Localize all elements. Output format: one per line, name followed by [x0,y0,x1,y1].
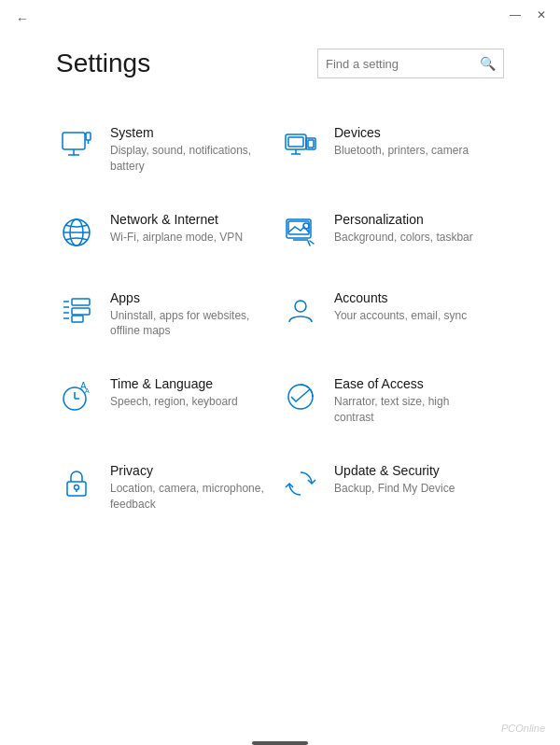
svg-point-25 [295,301,306,312]
system-name: System [110,125,265,140]
search-box[interactable]: 🔍 [317,49,504,78]
search-icon: 🔍 [480,56,496,71]
apps-icon [56,290,97,331]
settings-item-time[interactable]: A A Time & Language Speech, region, keyb… [56,358,280,444]
time-icon: A A [56,376,97,417]
settings-item-accounts[interactable]: Accounts Your accounts, email, sync [280,272,504,358]
privacy-icon [56,463,97,504]
update-desc: Backup, Find My Device [334,481,455,497]
svg-rect-0 [63,133,85,149]
search-input[interactable] [326,57,480,71]
ease-desc: Narrator, text size, high contrast [334,394,489,426]
taskbar-line [252,741,308,745]
ease-icon [280,376,321,417]
svg-rect-23 [72,308,90,315]
apps-desc: Uninstall, apps for websites, offline ma… [110,308,265,340]
accounts-name: Accounts [334,290,467,305]
svg-text:A: A [85,387,90,394]
apps-name: Apps [110,290,265,305]
title-bar: ← — ✕ [0,0,560,30]
network-desc: Wi-Fi, airplane mode, VPN [110,230,243,246]
svg-point-33 [75,485,79,489]
window-controls: — ✕ [504,4,553,26]
svg-rect-3 [86,133,91,140]
network-name: Network & Internet [110,212,243,227]
personalization-name: Personalization [334,212,473,227]
settings-item-apps[interactable]: Apps Uninstall, apps for websites, offli… [56,272,280,358]
settings-item-personalization[interactable]: Personalization Background, colors, task… [280,193,504,272]
svg-rect-24 [72,316,83,322]
ease-name: Ease of Access [334,376,489,391]
header-row: Settings 🔍 [56,49,504,78]
system-icon [56,125,97,166]
back-button[interactable]: ← [9,6,35,32]
accounts-icon [280,290,321,331]
devices-icon [280,125,321,166]
time-desc: Speech, region, keyboard [110,394,238,410]
accounts-desc: Your accounts, email, sync [334,308,467,324]
settings-item-system[interactable]: System Display, sound, notifications, ba… [56,106,280,193]
privacy-desc: Location, camera, microphone, feedback [110,481,265,513]
svg-rect-22 [72,299,90,305]
devices-name: Devices [334,125,469,140]
main-content: Settings 🔍 Sy [0,30,560,745]
settings-item-ease[interactable]: Ease of Access Narrator, text size, high… [280,358,504,444]
update-name: Update & Security [334,463,455,478]
settings-item-privacy[interactable]: Privacy Location, camera, microphone, fe… [56,444,280,531]
personalization-icon [280,212,321,253]
time-name: Time & Language [110,376,238,391]
settings-item-devices[interactable]: Devices Bluetooth, printers, camera [280,106,504,193]
watermark: PCOnline [501,723,545,734]
settings-grid: System Display, sound, notifications, ba… [56,106,504,530]
svg-rect-32 [67,482,86,496]
page-title: Settings [56,49,150,78]
system-desc: Display, sound, notifications, battery [110,143,265,175]
close-button[interactable]: ✕ [530,4,553,26]
privacy-name: Privacy [110,463,265,478]
settings-window: ← — ✕ Settings 🔍 [0,0,560,745]
network-icon [56,212,97,253]
personalization-desc: Background, colors, taskbar [334,230,473,246]
svg-rect-6 [288,137,303,147]
svg-rect-8 [308,140,314,148]
devices-desc: Bluetooth, printers, camera [334,143,469,159]
settings-item-update[interactable]: Update & Security Backup, Find My Device [280,444,504,531]
update-icon [280,463,321,504]
minimize-button[interactable]: — [504,4,526,26]
settings-item-network[interactable]: Network & Internet Wi-Fi, airplane mode,… [56,193,280,272]
